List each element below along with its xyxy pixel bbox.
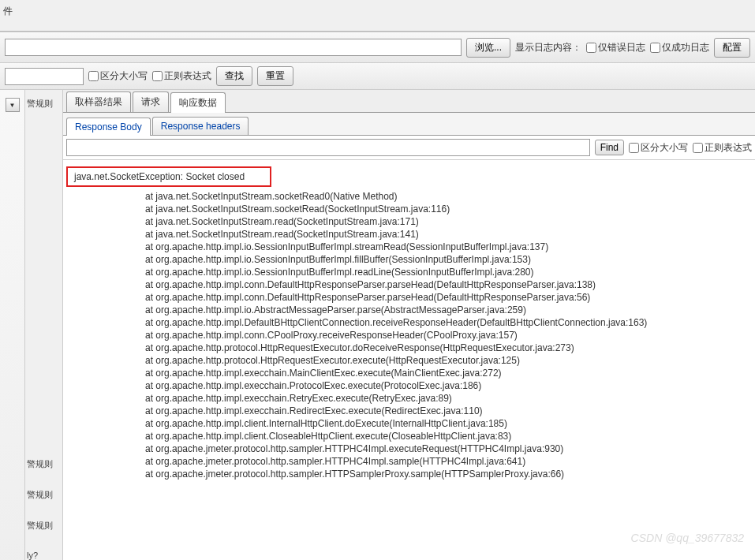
stack-line: at org.apache.http.impl.conn.DefaultHttp… [66, 278, 752, 291]
exception-message: java.net.SocketException: Socket closed [66, 166, 271, 187]
inner-search-row: Find 区分大小写 正则表达式 [63, 136, 755, 160]
stack-line: at org.apache.jmeter.protocol.http.sampl… [66, 455, 752, 468]
stack-line: at org.apache.http.impl.conn.DefaultHttp… [66, 291, 752, 304]
reset-button[interactable]: 重置 [257, 66, 293, 86]
dropdown-arrow-icon[interactable]: ▼ [6, 98, 20, 112]
stack-line: at org.apache.http.impl.io.AbstractMessa… [66, 304, 752, 316]
stack-line: at org.apache.http.impl.io.SessionInputB… [66, 253, 752, 266]
tab-response-headers[interactable]: Response headers [152, 117, 249, 135]
outer-tabs: 取样器结果 请求 响应数据 [63, 90, 755, 113]
tab-request[interactable]: 请求 [133, 91, 169, 112]
stack-line: at org.apache.http.protocol.HttpRequestE… [66, 342, 752, 354]
stack-line: at org.apache.http.impl.conn.CPoolProxy.… [66, 329, 752, 342]
tree-item[interactable]: 警规则 [27, 98, 61, 110]
tab-sampler[interactable]: 取样器结果 [66, 91, 131, 112]
stack-line: at org.apache.jmeter.protocol.http.sampl… [66, 442, 752, 455]
stack-line: at java.net.SocketInputStream.socketRead… [66, 203, 752, 215]
config-button[interactable]: 配置 [714, 38, 750, 58]
tree-item[interactable]: 警规则 [27, 489, 61, 501]
inner-case-checkbox[interactable]: 区分大小写 [629, 141, 688, 155]
left-strip: ▼ [0, 90, 25, 560]
find-button[interactable]: 查找 [216, 66, 252, 86]
file-section: 件 [0, 0, 755, 32]
stack-line: at org.apache.http.impl.execchain.RetryE… [66, 392, 752, 405]
inner-regex-checkbox[interactable]: 正则表达式 [693, 141, 752, 155]
search-toolbar: 区分大小写 正则表达式 查找 重置 [0, 63, 755, 90]
file-label: 件 [3, 5, 13, 18]
browse-button[interactable]: 浏览... [466, 38, 510, 58]
stack-line: at java.net.SocketInputStream.socketRead… [66, 190, 752, 203]
tree-item[interactable]: 警规则 [27, 520, 61, 532]
stack-line: at org.apache.http.impl.io.SessionInputB… [66, 241, 752, 253]
stack-line: at org.apache.http.impl.DefaultBHttpClie… [66, 316, 752, 329]
stack-line: at org.apache.http.impl.client.Closeable… [66, 430, 752, 442]
tree-item[interactable]: ly? [27, 551, 61, 560]
stack-line: at org.apache.http.impl.execchain.MainCl… [66, 367, 752, 379]
stack-line: at org.apache.http.impl.execchain.Redire… [66, 405, 752, 417]
content-panel: 取样器结果 请求 响应数据 Response Body Response hea… [63, 90, 755, 560]
main-area: ▼ 警规则 警规则 警规则 警规则 ly? 取样器结果 请求 响应数据 Resp… [0, 90, 755, 560]
stack-trace: at java.net.SocketInputStream.socketRead… [66, 190, 752, 480]
tab-response-body[interactable]: Response Body [66, 118, 151, 136]
left-panel: 警规则 警规则 警规则 警规则 ly? [25, 90, 63, 560]
stack-line: at org.apache.http.protocol.HttpRequestE… [66, 354, 752, 367]
stack-line: at org.apache.http.impl.io.SessionInputB… [66, 266, 752, 278]
stack-line: at org.apache.http.impl.execchain.Protoc… [66, 379, 752, 392]
stack-line: at java.net.SocketInputStream.read(Socke… [66, 215, 752, 228]
inner-find-button[interactable]: Find [595, 140, 624, 155]
response-body-area[interactable]: java.net.SocketException: Socket closed … [63, 160, 755, 560]
regex-checkbox[interactable]: 正则表达式 [152, 69, 211, 83]
file-input[interactable] [5, 39, 462, 56]
stack-line: at org.apache.jmeter.protocol.http.sampl… [66, 468, 752, 480]
success-only-checkbox[interactable]: 仅成功日志 [650, 41, 709, 54]
tree-item[interactable]: 警规则 [27, 458, 61, 470]
search-input[interactable] [5, 68, 84, 85]
case-checkbox[interactable]: 区分大小写 [88, 69, 148, 83]
error-only-checkbox[interactable]: 仅错误日志 [586, 41, 645, 54]
show-log-label: 显示日志内容： [515, 41, 581, 54]
top-toolbar: 浏览... 显示日志内容： 仅错误日志 仅成功日志 配置 [0, 32, 755, 63]
inner-search-input[interactable] [66, 139, 590, 156]
stack-line: at java.net.SocketInputStream.read(Socke… [66, 228, 752, 241]
tab-response[interactable]: 响应数据 [170, 92, 226, 113]
inner-tabs: Response Body Response headers [63, 113, 755, 136]
stack-line: at org.apache.http.impl.client.InternalH… [66, 417, 752, 430]
